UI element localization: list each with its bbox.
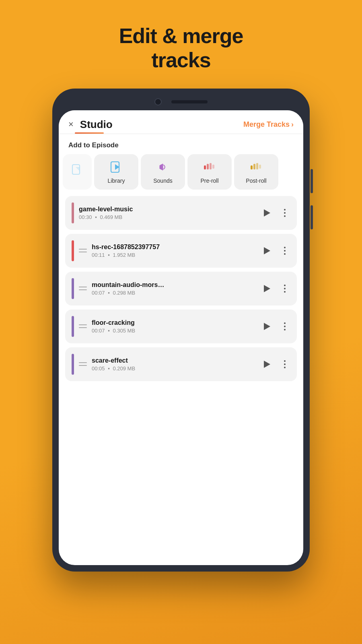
play-button[interactable] (260, 357, 274, 372)
more-dot (284, 285, 286, 286)
drag-handle-line (79, 327, 87, 328)
phone-notch (59, 95, 303, 109)
track-item[interactable]: mountain-audio-mors… 00:07 ▪ 0.298 MB (65, 272, 297, 305)
tab-postroll[interactable]: Post-roll (234, 154, 278, 190)
more-dot (284, 250, 286, 252)
phone-screen: × Studio Merge Tracks › Add to Episode (59, 110, 303, 565)
tab-library[interactable]: Library (94, 154, 138, 190)
tab-preroll-label: Pre-roll (200, 178, 218, 184)
track-meta: 00:07 ▪ 0.298 MB (92, 290, 255, 296)
phone-device: × Studio Merge Tracks › Add to Episode (52, 89, 310, 572)
merge-tracks-button[interactable]: Merge Tracks › (243, 120, 294, 129)
page-heading: Studio Edit & mergetracks (119, 24, 243, 72)
more-dot (284, 288, 286, 289)
more-dot (284, 209, 286, 211)
close-button[interactable]: × (68, 119, 74, 130)
svg-rect-4 (204, 165, 206, 169)
track-color-bar (72, 354, 74, 375)
more-dot (284, 326, 286, 327)
tab-library-label: Library (108, 178, 125, 184)
track-info: game-level-music 00:30 ▪ 0.469 MB (79, 206, 255, 220)
tab-sounds-label: Sounds (153, 178, 172, 184)
play-icon (264, 285, 270, 292)
track-item[interactable]: hs-rec-1687852397757 00:11 ▪ 1.952 MB (65, 234, 297, 268)
more-options-button[interactable] (279, 319, 290, 334)
more-dot (284, 322, 286, 324)
more-dot (284, 253, 286, 255)
more-dot (284, 329, 286, 330)
app-title: Studio (80, 118, 113, 131)
front-camera (154, 98, 162, 105)
more-dot (284, 367, 286, 368)
svg-rect-6 (210, 163, 212, 169)
more-options-button[interactable] (279, 206, 290, 220)
more-dot (284, 247, 286, 248)
track-info: hs-rec-1687852397757 00:11 ▪ 1.952 MB (92, 244, 255, 258)
more-options-button[interactable] (279, 281, 290, 296)
track-meta: 00:30 ▪ 0.469 MB (79, 214, 255, 220)
track-info: floor-cracking 00:07 ▪ 0.305 MB (92, 319, 255, 334)
play-icon (264, 209, 270, 217)
phone-speaker (171, 100, 208, 103)
drag-handle-line (79, 362, 87, 363)
svg-rect-7 (212, 165, 214, 169)
volume-button (311, 205, 313, 229)
header-left: × Studio (68, 118, 113, 131)
drag-handle[interactable] (79, 249, 87, 252)
drag-handle[interactable] (79, 362, 87, 366)
play-icon (264, 361, 270, 368)
play-icon (264, 323, 270, 330)
track-info: scare-effect 00:05 ▪ 0.209 MB (92, 357, 255, 372)
track-meta: 00:07 ▪ 0.305 MB (92, 328, 255, 334)
play-button[interactable] (260, 206, 274, 220)
track-color-bar (72, 316, 74, 337)
tab-preroll[interactable]: Pre-roll (187, 154, 232, 190)
svg-marker-1 (76, 167, 80, 171)
svg-rect-9 (253, 164, 255, 169)
content-area: Add to Episode Librar (59, 134, 303, 565)
section-label: Add to Episode (59, 134, 303, 154)
svg-rect-5 (207, 164, 209, 169)
more-dot (284, 291, 286, 293)
tab-sounds[interactable]: Sounds (141, 154, 185, 190)
drag-handle-line (79, 252, 87, 252)
svg-rect-10 (256, 163, 258, 169)
drag-handle-line (79, 324, 87, 325)
app-header: × Studio Merge Tracks › (59, 110, 303, 131)
drag-handle-line (79, 289, 87, 290)
track-list: game-level-music 00:30 ▪ 0.469 MB (59, 196, 303, 381)
track-color-bar (72, 278, 74, 299)
track-item[interactable]: game-level-music 00:30 ▪ 0.469 MB (65, 196, 297, 230)
track-name: game-level-music (79, 206, 255, 213)
play-button[interactable] (260, 244, 274, 258)
svg-rect-8 (251, 165, 253, 169)
track-item[interactable]: scare-effect 00:05 ▪ 0.209 MB (65, 347, 297, 381)
power-button (311, 169, 313, 193)
track-item[interactable]: floor-cracking 00:07 ▪ 0.305 MB (65, 310, 297, 343)
drag-handle-line (79, 365, 87, 366)
track-name: mountain-audio-mors… (92, 281, 255, 289)
tab-partial[interactable] (63, 154, 92, 190)
more-dot (284, 360, 286, 362)
drag-handle[interactable] (79, 287, 87, 290)
track-name: scare-effect (92, 357, 255, 364)
svg-rect-11 (259, 165, 261, 169)
play-icon (264, 247, 270, 254)
track-color-bar (72, 202, 74, 223)
more-options-button[interactable] (279, 357, 290, 372)
drag-handle-line (79, 249, 87, 250)
more-dot (284, 212, 286, 214)
more-dot (284, 363, 286, 365)
more-options-button[interactable] (279, 244, 290, 258)
drag-handle[interactable] (79, 324, 87, 328)
track-name: floor-cracking (92, 319, 255, 326)
more-dot (284, 215, 286, 217)
track-meta: 00:11 ▪ 1.952 MB (92, 252, 255, 258)
tab-postroll-label: Post-roll (246, 178, 266, 184)
track-meta: 00:05 ▪ 0.209 MB (92, 365, 255, 372)
track-color-bar (72, 240, 74, 261)
category-tabs: Library Sounds (59, 154, 303, 190)
play-button[interactable] (260, 319, 274, 334)
play-button[interactable] (260, 281, 274, 296)
track-name: hs-rec-1687852397757 (92, 244, 255, 251)
